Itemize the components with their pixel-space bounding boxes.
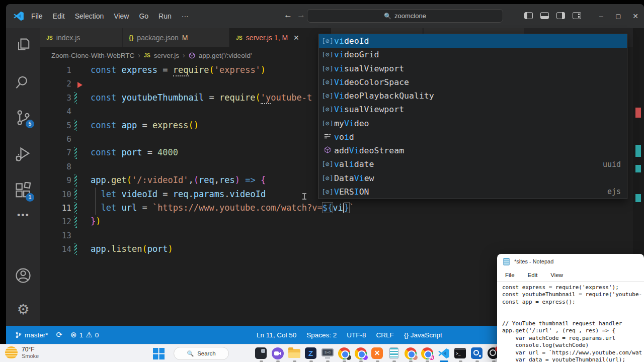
status--javascript[interactable]: {} JavaScript <box>404 331 442 339</box>
taskbar-icon-file-explorer[interactable] <box>288 347 301 360</box>
suggest-item-VERSION[interactable]: [⊘]VERSIONejs <box>319 185 627 199</box>
problems-item[interactable]: ⊗1 ⚠0 <box>70 330 99 339</box>
warning-count: 0 <box>95 331 99 339</box>
suggest-label: videoId <box>334 36 369 46</box>
toggle-panel-icon[interactable] <box>540 12 549 19</box>
menu-selection[interactable]: Selection <box>70 4 109 28</box>
git-modified-mark <box>74 92 77 104</box>
menu-run[interactable]: Run <box>153 4 177 28</box>
taskbar-icon-video-cam-purple[interactable] <box>271 347 284 360</box>
tab-index-js[interactable]: JS index.js <box>40 28 122 47</box>
toggle-sidebar-icon[interactable] <box>524 12 533 19</box>
breadcrumb-symbol[interactable]: app.get('/:videoId' <box>199 52 252 59</box>
minimize-button[interactable]: – <box>593 4 610 28</box>
taskbar-icon-chrome-profile-n[interactable]: N <box>421 347 434 360</box>
extensions-icon[interactable]: 1 <box>14 182 32 200</box>
suggest-item-VideoPlaybackQuality[interactable]: [⊘]VideoPlaybackQuality <box>319 89 627 103</box>
tab-close-icon[interactable]: ✕ <box>293 34 299 42</box>
suggest-item-visualViewport[interactable]: [⊘]visualViewport <box>319 62 627 75</box>
settings-gear-icon[interactable]: ⚙ <box>14 301 32 319</box>
status-spaces-2[interactable]: Spaces: 2 <box>306 331 337 339</box>
menu-go[interactable]: Go <box>134 4 153 28</box>
taskbar-icon-chrome-profile-2[interactable] <box>354 347 367 360</box>
ruler-mod-mark <box>635 194 641 202</box>
weather-sun-icon <box>5 346 18 359</box>
menu-[interactable]: ··· <box>177 4 194 28</box>
suggest-item-validate[interactable]: [⊘]validateuuid <box>319 157 627 171</box>
taskbar-icon-widget-dark[interactable] <box>255 347 268 360</box>
taskbar-icon-screen-share[interactable]: S>G <box>321 347 334 360</box>
run-debug-icon[interactable] <box>14 145 32 163</box>
status-crlf[interactable]: CRLF <box>376 331 394 339</box>
start-button[interactable] <box>153 348 165 359</box>
git-branch-icon <box>15 331 22 339</box>
suggest-detail: uuid <box>603 160 621 169</box>
code-line-11[interactable]: 11 let url = `https://www.youtube.com/wa… <box>40 201 633 215</box>
notepad-window[interactable]: *sites - Notepad FileEditView const expr… <box>497 254 644 362</box>
breadcrumb-file[interactable]: server.js <box>154 52 179 59</box>
line-number: 12 <box>40 215 71 228</box>
notepad-menu-edit[interactable]: Edit <box>528 272 538 278</box>
tab-package-json[interactable]: {} package.json M <box>123 28 229 47</box>
suggest-item-videoId[interactable]: [⊘]videoId <box>319 34 627 48</box>
taskbar-icon-xampp[interactable]: ✕ <box>371 347 384 360</box>
suggest-item-VisualViewport[interactable]: [⊘]VisualViewport <box>319 103 627 116</box>
notepad-menu-file[interactable]: File <box>505 272 515 278</box>
branch-name: master* <box>25 331 48 339</box>
code-text: app.get('/:videoId',(req,res) => { <box>91 173 266 187</box>
symbol-text-icon: [⊘] <box>321 174 334 182</box>
taskbar-icon-blue-o-app[interactable] <box>470 347 484 360</box>
source-control-icon[interactable]: 5 <box>14 109 32 127</box>
menu-edit[interactable]: Edit <box>48 4 70 28</box>
account-icon[interactable] <box>14 266 32 285</box>
nav-back-arrow[interactable]: ← <box>284 10 292 20</box>
more-actions-icon[interactable]: ••• <box>17 210 30 221</box>
explorer-icon[interactable] <box>14 36 32 54</box>
git-branch-item[interactable]: master* <box>15 331 48 339</box>
search-value: zoomclone <box>394 12 426 20</box>
git-modified-mark <box>74 243 77 255</box>
weather-widget[interactable]: 70°F Smoke <box>5 346 39 359</box>
tab-server-js[interactable]: JS server.js 1, M ✕ <box>230 28 331 47</box>
taskbar-icon-notepad-app[interactable] <box>387 347 400 360</box>
js-file-icon: JS <box>144 52 150 58</box>
taskbar-icon-chrome-profile-1[interactable] <box>338 347 351 360</box>
toggle-secondary-sidebar-icon[interactable] <box>556 12 565 19</box>
symbol-text-icon: [⊘] <box>321 78 334 86</box>
customize-layout-icon[interactable] <box>573 12 581 19</box>
suggest-item-VideoColorSpace[interactable]: [⊘]VideoColorSpace <box>319 75 627 89</box>
nav-forward-arrow[interactable]: → <box>297 10 305 20</box>
suggest-item-DataView[interactable]: [⊘]DataView <box>319 171 627 185</box>
sync-changes-icon[interactable]: ⟳ <box>56 330 63 339</box>
taskbar-icon-chrome-profile-3[interactable] <box>404 347 417 360</box>
gutter-arrow-marker <box>77 82 83 88</box>
taskbar-icon-z-app[interactable]: Z <box>304 347 317 360</box>
menu-file[interactable]: File <box>26 4 48 28</box>
status-ln-11-col-50[interactable]: Ln 11, Col 50 <box>257 331 296 339</box>
json-file-icon: {} <box>129 34 133 41</box>
maximize-button[interactable]: ▢ <box>610 4 627 28</box>
breadcrumb-folder[interactable]: Zoom-Clone-With-WebRTC <box>51 52 134 59</box>
menu-view[interactable]: View <box>109 4 134 28</box>
vscode-logo-icon <box>13 11 24 22</box>
code-line-13[interactable]: 13 <box>40 229 633 242</box>
taskbar-search[interactable]: 🔍 Search <box>174 347 229 360</box>
suggest-item-myVideo[interactable]: [⊘]myVideo <box>319 117 627 130</box>
suggest-label: VideoPlaybackQuality <box>334 91 434 101</box>
suggest-item-videoGrid[interactable]: [⊘]videoGrid <box>319 48 627 61</box>
taskbar-icon-terminal[interactable]: >_ <box>454 347 467 360</box>
notepad-text-area[interactable]: const express = require('express'); cons… <box>497 282 644 362</box>
suggest-label: videoGrid <box>334 50 379 59</box>
taskbar-icon-vscode[interactable] <box>437 347 450 360</box>
code-line-12[interactable]: 12}) <box>40 215 633 228</box>
notepad-menu-view[interactable]: View <box>550 272 563 278</box>
close-button[interactable]: ✕ <box>627 4 644 28</box>
command-center-search[interactable]: 🔍zoomclone <box>307 9 503 23</box>
suggest-item-void[interactable]: void <box>319 130 627 144</box>
status-utf-8[interactable]: UTF-8 <box>347 331 366 339</box>
search-sidebar-icon[interactable] <box>14 73 32 92</box>
error-count: 1 <box>79 331 84 339</box>
suggest-item-addVideoStream[interactable]: addVideoStream <box>319 144 627 157</box>
weather-condition: Smoke <box>22 353 39 359</box>
method-cube-icon <box>189 52 195 59</box>
